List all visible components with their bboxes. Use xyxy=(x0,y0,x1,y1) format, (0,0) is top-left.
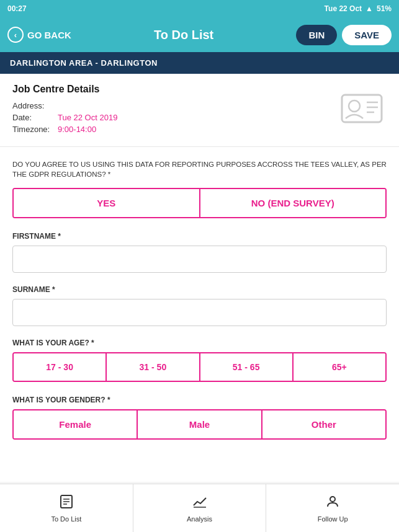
gender-options: Female Male Other xyxy=(12,409,387,440)
job-centre-card: Job Centre Details Address: Date: Tue 22… xyxy=(0,74,399,147)
area-banner: DARLINGTON AREA - DARLINGTON xyxy=(0,52,399,74)
date-row: Date: Tue 22 Oct 2019 xyxy=(12,113,117,122)
job-centre-info: Job Centre Details Address: Date: Tue 22… xyxy=(12,84,117,136)
wifi-icon: ▲ xyxy=(365,4,373,13)
nav-title: To Do List xyxy=(154,28,213,42)
timezone-row: Timezone: 9:00-14:00 xyxy=(12,125,117,134)
surname-group: SURNAME * xyxy=(12,285,387,326)
age-group: WHAT IS YOUR AGE? * 17 - 30 31 - 50 51 -… xyxy=(12,339,387,382)
tab-analysis[interactable]: Analysis xyxy=(133,484,266,532)
follow-up-icon xyxy=(325,494,340,513)
job-centre-title: Job Centre Details xyxy=(12,84,117,95)
age-65plus[interactable]: 65+ xyxy=(292,353,385,381)
address-label: Address: xyxy=(12,101,53,110)
firstname-input[interactable] xyxy=(12,246,387,273)
age-17-30[interactable]: 17 - 30 xyxy=(14,353,105,381)
tab-todo-label: To Do List xyxy=(51,515,81,523)
gender-male[interactable]: Male xyxy=(137,410,261,438)
age-51-65[interactable]: 51 - 65 xyxy=(199,353,292,381)
address-row: Address: xyxy=(12,101,117,110)
save-button[interactable]: SAVE xyxy=(342,25,392,45)
nav-actions: BIN SAVE xyxy=(296,25,392,45)
tab-follow-up[interactable]: Follow Up xyxy=(266,484,399,532)
main-content: Job Centre Details Address: Date: Tue 22… xyxy=(0,74,399,482)
battery-indicator: 51% xyxy=(377,4,392,13)
survey-section: DO YOU AGREE TO US USING THIS DATA FOR R… xyxy=(0,147,399,440)
svg-point-1 xyxy=(349,100,360,112)
gender-label: WHAT IS YOUR GENDER? * xyxy=(12,396,387,404)
no-end-survey-button[interactable]: NO (END SURVEY) xyxy=(199,189,386,217)
bin-button[interactable]: BIN xyxy=(296,25,337,45)
status-time: 00:27 xyxy=(7,4,27,13)
gdpr-options: YES NO (END SURVEY) xyxy=(12,188,387,218)
tab-todo-list[interactable]: To Do List xyxy=(0,484,133,532)
tab-analysis-label: Analysis xyxy=(187,515,212,523)
svg-point-10 xyxy=(330,497,335,502)
gender-group: WHAT IS YOUR GENDER? * Female Male Other xyxy=(12,396,387,440)
status-bar-right: Tue 22 Oct ▲ 51% xyxy=(325,4,392,13)
firstname-group: FIRSTNAME * xyxy=(12,232,387,273)
tab-bar: To Do List Analysis Follow Up xyxy=(0,484,399,532)
gender-other[interactable]: Other xyxy=(261,410,385,438)
age-31-50[interactable]: 31 - 50 xyxy=(105,353,199,381)
id-card-icon xyxy=(337,84,387,136)
back-arrow-icon: ‹ xyxy=(7,27,24,43)
go-back-button[interactable]: ‹ GO BACK xyxy=(7,27,71,43)
go-back-label: GO BACK xyxy=(27,30,71,40)
surname-input[interactable] xyxy=(12,299,387,326)
status-date: Tue 22 Oct xyxy=(325,4,362,13)
surname-label: SURNAME * xyxy=(12,285,387,294)
gdpr-question: DO YOU AGREE TO US USING THIS DATA FOR R… xyxy=(12,159,387,179)
top-nav: ‹ GO BACK To Do List BIN SAVE xyxy=(0,17,399,52)
area-text: DARLINGTON AREA - DARLINGTON xyxy=(10,58,158,68)
date-value: Tue 22 Oct 2019 xyxy=(58,113,117,122)
gender-female[interactable]: Female xyxy=(14,410,137,438)
firstname-label: FIRSTNAME * xyxy=(12,232,387,241)
analysis-icon xyxy=(192,494,207,513)
timezone-value: 9:00-14:00 xyxy=(58,125,96,134)
age-options: 17 - 30 31 - 50 51 - 65 65+ xyxy=(12,352,387,382)
todo-list-icon xyxy=(59,494,74,513)
age-label: WHAT IS YOUR AGE? * xyxy=(12,339,387,347)
yes-button[interactable]: YES xyxy=(14,189,199,217)
tab-follow-up-label: Follow Up xyxy=(318,515,348,523)
timezone-label: Timezone: xyxy=(12,125,53,134)
status-bar: 00:27 Tue 22 Oct ▲ 51% xyxy=(0,0,399,17)
date-label: Date: xyxy=(12,113,53,122)
